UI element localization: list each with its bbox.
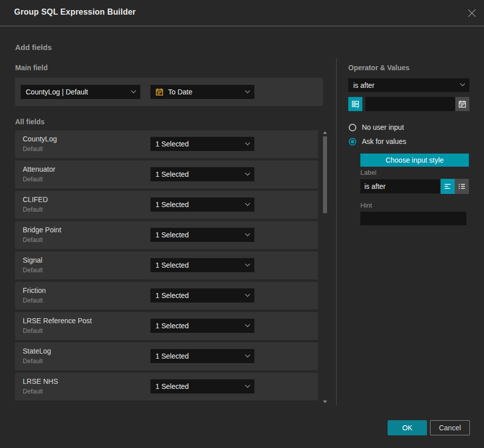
chevron-down-icon <box>245 231 250 236</box>
scroll-up-icon[interactable] <box>323 131 327 134</box>
field-selection-dropdown[interactable]: 1 Selected <box>150 197 254 212</box>
dialog-header: Group SQL Expression Builder <box>0 0 484 26</box>
all-fields-list: CountyLog Default 1 Selected Attenuator … <box>15 130 318 403</box>
chevron-down-icon <box>245 201 250 206</box>
chevron-down-icon <box>245 291 250 296</box>
label-input[interactable] <box>360 179 440 193</box>
chevron-down-icon <box>245 170 250 175</box>
field-name: Signal <box>23 256 42 264</box>
field-selection-value: 1 Selected <box>155 201 189 209</box>
value-type-toggle-button[interactable] <box>348 97 362 111</box>
chevron-down-icon <box>245 88 250 93</box>
label-heading: Label <box>360 169 377 176</box>
field-selection-dropdown[interactable]: 1 Selected <box>150 137 254 151</box>
bulleted-list-icon <box>458 182 466 190</box>
align-left-icon <box>444 182 452 190</box>
chevron-down-icon <box>131 88 136 93</box>
field-row: CountyLog Default 1 Selected <box>15 130 318 158</box>
main-field-dropdown-value: CountyLog | Default <box>26 88 88 96</box>
field-name: Bridge Point <box>23 226 61 234</box>
field-selection-dropdown[interactable]: 1 Selected <box>150 167 254 181</box>
hint-input[interactable] <box>360 212 466 225</box>
field-selection-value: 1 Selected <box>155 291 189 300</box>
field-row: StateLog Default 1 Selected <box>15 342 318 370</box>
radio-circle-icon[interactable] <box>349 124 356 131</box>
value-input[interactable] <box>365 97 455 111</box>
field-row: LRSE Reference Post Default 1 Selected <box>15 312 318 340</box>
chevron-down-icon <box>245 140 250 145</box>
field-subtitle: Default <box>23 297 43 304</box>
chevron-down-icon <box>245 352 250 357</box>
field-name: StateLog <box>23 347 51 355</box>
main-field-label: Main field <box>15 64 48 72</box>
field-subtitle: Default <box>23 388 43 395</box>
field-selection-value: 1 Selected <box>155 322 189 330</box>
field-selection-dropdown[interactable]: 1 Selected <box>150 379 254 393</box>
field-name: CLIFED <box>23 195 48 204</box>
panel-divider <box>336 58 337 406</box>
field-row: Signal Default 1 Selected <box>15 252 318 279</box>
dialog-title: Group SQL Expression Builder <box>14 8 136 17</box>
field-name: LRSE Reference Post <box>23 317 92 325</box>
date-type-dropdown-value: To Date <box>168 88 192 96</box>
field-name: Friction <box>23 286 46 294</box>
field-selection-dropdown[interactable]: 1 Selected <box>150 319 254 333</box>
cancel-button[interactable]: Cancel <box>430 420 470 435</box>
list-scrollbar[interactable] <box>321 129 329 405</box>
field-name: CountyLog <box>23 135 57 143</box>
field-row: Friction Default 1 Selected <box>15 282 318 310</box>
scroll-down-icon[interactable] <box>323 401 327 403</box>
operator-dropdown[interactable]: is after <box>348 78 469 92</box>
calendar-icon <box>155 88 164 96</box>
main-field-dropdown[interactable]: CountyLog | Default <box>21 85 140 99</box>
chevron-down-icon <box>245 261 250 266</box>
radio-ask-for-values-label: Ask for values <box>362 137 406 145</box>
field-name: LRSE NHS <box>23 377 58 385</box>
operator-dropdown-value: is after <box>353 81 374 89</box>
radio-no-user-input[interactable]: No user input <box>349 123 404 131</box>
add-fields-heading: Add fields <box>15 43 52 52</box>
field-subtitle: Default <box>23 145 43 153</box>
chevron-down-icon <box>245 382 250 387</box>
field-subtitle: Default <box>23 176 43 183</box>
field-subtitle: Default <box>23 358 43 365</box>
radio-no-user-input-label: No user input <box>362 123 404 131</box>
field-name: Attenuator <box>23 165 56 173</box>
ok-button[interactable]: OK <box>388 420 427 435</box>
chevron-down-icon <box>460 81 465 86</box>
scrollbar-thumb[interactable] <box>323 136 327 213</box>
field-subtitle: Default <box>23 267 43 274</box>
radio-selected-icon[interactable] <box>349 138 356 145</box>
calendar-picker-button[interactable] <box>455 97 469 111</box>
field-selection-dropdown[interactable]: 1 Selected <box>150 288 254 303</box>
radio-ask-for-values[interactable]: Ask for values <box>349 137 406 145</box>
date-type-dropdown[interactable]: To Date <box>150 85 254 99</box>
field-row: LRSE NHS Default 1 Selected <box>15 373 318 401</box>
field-selection-value: 1 Selected <box>155 261 189 269</box>
field-selection-value: 1 Selected <box>155 140 189 148</box>
operator-values-heading: Operator & Values <box>348 64 409 72</box>
field-selection-value: 1 Selected <box>155 231 189 239</box>
field-row: CLIFED Default 1 Selected <box>15 191 318 219</box>
single-line-input-style-button[interactable] <box>441 179 455 194</box>
field-selection-dropdown[interactable]: 1 Selected <box>150 349 254 363</box>
unique-values-icon <box>351 100 360 109</box>
field-subtitle: Default <box>23 206 43 213</box>
calendar-icon <box>458 100 466 108</box>
hint-heading: Hint <box>360 202 372 209</box>
list-input-style-button[interactable] <box>455 179 469 194</box>
field-subtitle: Default <box>23 327 43 334</box>
field-selection-value: 1 Selected <box>155 382 189 390</box>
field-row: Bridge Point Default 1 Selected <box>15 221 318 249</box>
choose-input-style-button[interactable]: Choose input style <box>360 154 469 167</box>
field-subtitle: Default <box>23 236 43 243</box>
field-row: Attenuator Default 1 Selected <box>15 161 318 188</box>
field-selection-value: 1 Selected <box>155 352 189 360</box>
all-fields-heading: All fields <box>15 118 44 126</box>
close-icon[interactable] <box>466 8 477 19</box>
field-selection-dropdown[interactable]: 1 Selected <box>150 228 254 242</box>
field-selection-dropdown[interactable]: 1 Selected <box>150 258 254 272</box>
chevron-down-icon <box>245 322 250 327</box>
field-selection-value: 1 Selected <box>155 170 189 178</box>
